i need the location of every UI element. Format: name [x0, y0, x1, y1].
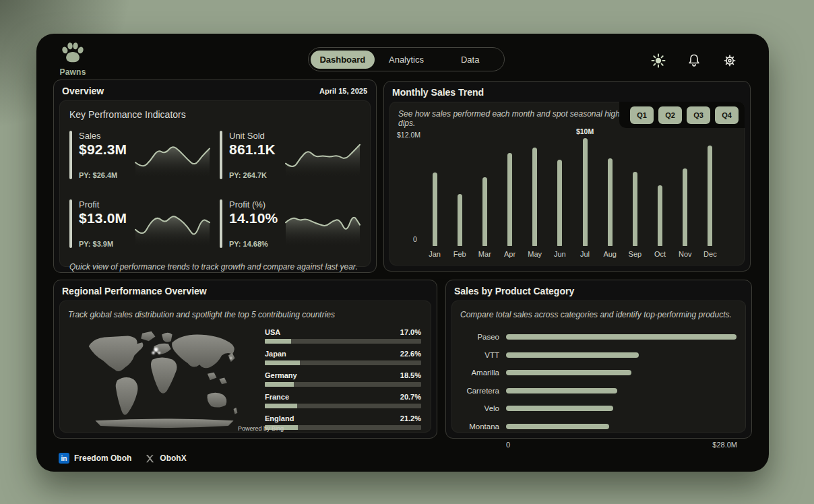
app-logo-label: Pawns — [51, 67, 94, 77]
monthly-bar-slot: $10MJul — [578, 133, 592, 259]
kpi-section-title: Key Perfromance Indicators — [69, 109, 361, 120]
product-label: Amarilla — [460, 369, 499, 377]
product-bar[interactable] — [506, 370, 631, 375]
overview-panel: Overview April 15, 2025 Key Perfromance … — [53, 80, 377, 273]
kpi-card-unit-sold: Unit Sold861.1KPY: 264.7K — [220, 131, 361, 179]
dashboard: Pawns DashboardAnalyticsData — [36, 34, 769, 472]
product-label: Velo — [460, 404, 499, 412]
monthly-bar-slot: Nov — [679, 133, 692, 259]
month-label: Apr — [504, 250, 515, 259]
paw-icon — [59, 41, 87, 64]
quarter-button-q1[interactable]: Q1 — [630, 106, 654, 124]
bar-dec[interactable] — [708, 146, 712, 246]
country-row-head: USA17.0% — [265, 328, 421, 336]
products-title: Sales by Product Category — [454, 286, 574, 296]
country-row-head: France20.7% — [265, 393, 421, 401]
kpi-value: $92.3M — [79, 141, 127, 158]
monthly-bar-slot: Oct — [654, 133, 667, 259]
country-bar-fill[interactable] — [265, 404, 297, 408]
x-link[interactable]: ObohX — [145, 453, 186, 464]
world-map-image — [77, 327, 251, 428]
kpi-card-profit-: Profit (%)14.10%PY: 14.68% — [220, 199, 361, 248]
country-row-usa: USA17.0% — [265, 328, 421, 344]
theme-toggle-button[interactable] — [650, 53, 666, 69]
kpi-card-profit: Profit$13.0MPY: $3.9M — [69, 199, 210, 248]
kpi-info: Unit Sold861.1KPY: 264.7K — [229, 131, 276, 179]
product-bar-track — [506, 388, 737, 393]
footer: in Freedom Oboh ObohX — [59, 453, 187, 464]
kpi-sparkline — [285, 137, 361, 177]
country-name: Germany — [265, 371, 297, 379]
world-map[interactable]: Powered by Bing — [77, 327, 251, 432]
kpi-value: $13.0M — [79, 210, 127, 226]
nav-tab-analytics[interactable]: Analytics — [375, 51, 439, 69]
bar-nov[interactable] — [683, 168, 687, 246]
quarter-button-q4[interactable]: Q4 — [715, 106, 739, 124]
bar-jun[interactable] — [557, 160, 562, 246]
product-bar-chart: PaseoVTTAmarillaCarreteraVeloMontana — [460, 328, 737, 435]
monthly-bar-slot: Jun — [553, 133, 567, 259]
quarter-button-q3[interactable]: Q3 — [687, 106, 710, 124]
products-subtitle: Compare total sales across categories an… — [460, 310, 732, 319]
overview-date: April 15, 2025 — [319, 87, 367, 95]
country-name: Japan — [265, 350, 286, 358]
settings-button[interactable] — [722, 53, 738, 69]
country-name: England — [265, 414, 294, 422]
notifications-button[interactable] — [686, 53, 702, 69]
kpi-label: Profit (%) — [229, 199, 278, 210]
month-label: Jun — [554, 250, 566, 259]
product-label: Paseo — [460, 333, 499, 341]
product-row-amarilla: Amarilla — [460, 364, 737, 382]
monthly-title: Monthly Sales Trend — [392, 87, 484, 98]
product-row-montana: Montana — [460, 418, 737, 436]
country-bar-fill[interactable] — [265, 382, 294, 387]
bar-aug[interactable] — [608, 158, 613, 246]
bar-oct[interactable] — [658, 185, 662, 246]
linkedin-handle: Freedom Oboh — [74, 453, 131, 463]
kpi-value: 14.10% — [229, 210, 278, 226]
product-bar[interactable] — [506, 352, 639, 358]
nav-tab-dashboard[interactable]: Dashboard — [311, 51, 375, 69]
kpi-card-sales: Sales$92.3MPY: $26.4M — [69, 131, 210, 179]
country-row-england: England21.2% — [265, 414, 421, 430]
x-handle: ObohX — [160, 453, 186, 463]
regional-subtitle: Track global sales distribution and spot… — [68, 310, 335, 319]
month-label: Jul — [580, 250, 590, 259]
bar-jan[interactable] — [433, 172, 437, 246]
country-name: USA — [265, 328, 280, 336]
product-bar[interactable] — [506, 334, 737, 340]
country-percentage: 20.7% — [400, 393, 421, 401]
month-label: Feb — [453, 250, 466, 259]
regional-panel: Regional Performance Overview Track glob… — [53, 280, 437, 439]
country-bar-fill[interactable] — [265, 339, 291, 344]
country-row-japan: Japan22.6% — [265, 350, 421, 365]
bar-apr[interactable] — [507, 153, 512, 246]
nav-tab-data[interactable]: Data — [438, 51, 502, 69]
y-axis-min-label: 0 — [413, 235, 417, 243]
bar-feb[interactable] — [458, 194, 462, 246]
bar-mar[interactable] — [482, 177, 487, 246]
product-bar[interactable] — [506, 388, 617, 393]
product-bar[interactable] — [506, 424, 609, 429]
monthly-bar-slot: Mar — [478, 133, 491, 259]
country-row-france: France20.7% — [265, 393, 421, 408]
product-row-paseo: Paseo — [460, 328, 737, 346]
kpi-sparkline-wrap — [135, 137, 210, 179]
country-bar-fill[interactable] — [265, 360, 300, 365]
monthly-sales-panel: Monthly Sales Trend See how sales perfor… — [383, 81, 751, 272]
country-bar-track — [265, 404, 421, 408]
kpi-accent-bar — [220, 199, 222, 248]
product-bar[interactable] — [506, 406, 613, 411]
country-name: France — [265, 393, 289, 401]
monthly-subtitle: See how sales performed each month and s… — [390, 102, 634, 128]
bar-jul[interactable] — [583, 138, 588, 246]
linkedin-link[interactable]: in Freedom Oboh — [59, 453, 131, 464]
quarter-button-q2[interactable]: Q2 — [658, 106, 682, 124]
country-percentage: 17.0% — [400, 328, 421, 336]
bar-may[interactable] — [532, 148, 537, 246]
bar-sep[interactable] — [633, 172, 637, 246]
country-row-head: England21.2% — [265, 414, 421, 422]
app-logo[interactable]: Pawns — [51, 41, 94, 77]
kpi-label: Sales — [79, 131, 127, 141]
country-bar-track — [265, 339, 421, 344]
